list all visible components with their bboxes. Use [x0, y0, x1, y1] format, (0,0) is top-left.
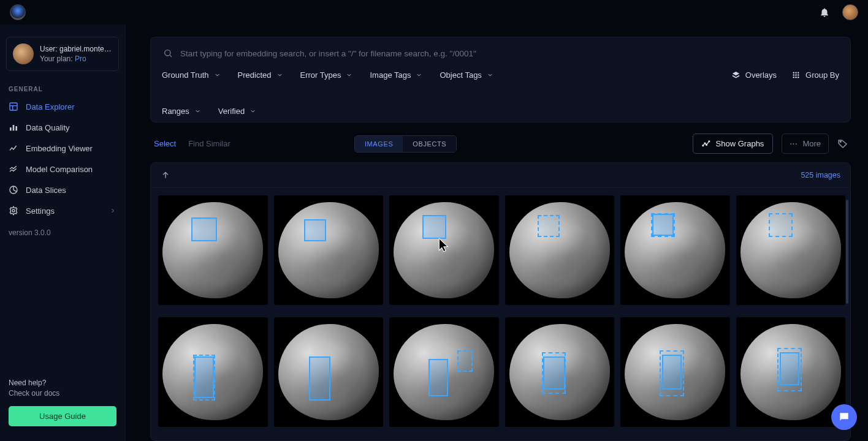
sidebar-avatar: [13, 43, 34, 64]
chevron-right-icon: [109, 207, 116, 214]
show-graphs-button[interactable]: Show Graphs: [693, 134, 774, 154]
svg-point-12: [798, 74, 799, 76]
image-thumbnail[interactable]: [389, 195, 499, 305]
graph-icon: [702, 139, 711, 148]
user-avatar[interactable]: [842, 4, 858, 20]
scrollbar[interactable]: [846, 200, 848, 304]
svg-rect-3: [15, 126, 17, 130]
image-thumbnail[interactable]: [274, 195, 384, 305]
sidebar-item-label: Data Explorer: [26, 102, 74, 111]
group-by-button[interactable]: Group By: [791, 70, 839, 80]
chevron-down-icon: [214, 72, 221, 78]
svg-point-7: [793, 72, 795, 74]
main: Ground Truth Predicted Error Types Image…: [126, 24, 868, 441]
view-tabs: IMAGES OBJECTS: [354, 135, 457, 153]
tag-icon[interactable]: [837, 138, 848, 149]
filter-predicted[interactable]: Predicted: [238, 70, 283, 80]
filter-verified[interactable]: Verified: [218, 107, 256, 116]
svg-point-16: [702, 145, 704, 146]
svg-rect-0: [10, 103, 17, 110]
help-title: Need help?: [9, 378, 116, 388]
chat-icon: [838, 411, 850, 423]
scatter-icon: [9, 143, 18, 153]
image-grid[interactable]: [151, 188, 850, 440]
image-thumbnail[interactable]: [505, 195, 615, 305]
image-thumbnail[interactable]: [158, 195, 268, 305]
search-icon: [163, 48, 173, 58]
overlays-button[interactable]: Overlays: [731, 70, 777, 80]
toolbar: Select Find Similar IMAGES OBJECTS Show …: [150, 123, 851, 160]
image-thumbnail[interactable]: [736, 317, 846, 427]
filter-image-tags[interactable]: Image Tags: [370, 70, 422, 80]
user-name: User: gabriel.monter…: [40, 44, 112, 54]
image-thumbnail[interactable]: [274, 317, 384, 427]
find-similar-button: Find Similar: [187, 137, 232, 151]
gear-icon: [9, 206, 18, 216]
image-thumbnail[interactable]: [158, 317, 268, 427]
layout-icon: [9, 102, 18, 111]
svg-rect-1: [10, 127, 12, 130]
svg-rect-2: [13, 125, 15, 130]
chevron-down-icon: [194, 108, 201, 115]
svg-point-11: [795, 74, 797, 76]
dots-icon: ⋯: [790, 139, 798, 148]
tab-images[interactable]: IMAGES: [355, 136, 403, 152]
topbar: [0, 0, 868, 24]
chevron-down-icon: [249, 108, 256, 115]
app-logo[interactable]: [10, 4, 26, 20]
help-block: Need help? Check our docs: [0, 378, 125, 406]
sidebar-item-label: Data Slices: [26, 186, 66, 195]
image-thumbnail[interactable]: [620, 195, 730, 305]
tab-objects[interactable]: OBJECTS: [403, 136, 456, 152]
filter-error-types[interactable]: Error Types: [300, 70, 353, 80]
sidebar-item-embedding-viewer[interactable]: Embedding Viewer: [0, 138, 125, 159]
svg-point-10: [793, 74, 795, 76]
chevron-down-icon: [416, 72, 422, 78]
bars-icon: [9, 123, 18, 132]
help-sub[interactable]: Check our docs: [9, 388, 116, 399]
sidebar-item-model-comparison[interactable]: Model Comparison: [0, 159, 125, 179]
svg-point-19: [709, 141, 710, 142]
svg-point-20: [840, 141, 841, 142]
pie-icon: [9, 185, 18, 195]
usage-guide-button[interactable]: Usage Guide: [9, 406, 116, 426]
user-plan: Your plan: Pro: [40, 54, 112, 64]
image-grid-panel: 525 images: [150, 162, 851, 441]
user-card[interactable]: User: gabriel.monter… Your plan: Pro: [6, 37, 119, 71]
filter-ranges[interactable]: Ranges: [162, 107, 201, 116]
sidebar-item-settings[interactable]: Settings: [0, 200, 125, 221]
svg-point-13: [793, 77, 795, 78]
image-thumbnail[interactable]: [620, 317, 730, 427]
sidebar-item-data-slices[interactable]: Data Slices: [0, 179, 125, 200]
sidebar: User: gabriel.monter… Your plan: Pro GEN…: [0, 24, 126, 441]
svg-point-6: [165, 50, 170, 56]
chevron-down-icon: [276, 72, 283, 78]
sort-icon[interactable]: [161, 170, 170, 180]
svg-point-14: [795, 77, 797, 78]
filter-object-tags[interactable]: Object Tags: [440, 70, 493, 80]
image-thumbnail[interactable]: [736, 195, 846, 305]
image-thumbnail[interactable]: [389, 317, 499, 427]
sidebar-item-label: Settings: [26, 206, 55, 216]
sidebar-item-data-quality[interactable]: Data Quality: [0, 117, 125, 138]
sidebar-item-data-explorer[interactable]: Data Explorer: [0, 96, 125, 117]
svg-point-8: [795, 72, 797, 74]
svg-point-9: [798, 72, 799, 74]
notifications-icon[interactable]: [819, 7, 830, 18]
grid-icon: [791, 70, 801, 80]
svg-point-5: [12, 209, 15, 212]
search-input[interactable]: [180, 49, 838, 58]
svg-point-17: [704, 143, 706, 144]
svg-point-15: [798, 77, 799, 78]
select-button[interactable]: Select: [153, 137, 177, 151]
chevron-down-icon: [487, 72, 493, 78]
sidebar-item-label: Embedding Viewer: [26, 144, 93, 153]
chat-widget[interactable]: [831, 404, 857, 430]
sidebar-item-label: Model Comparison: [26, 165, 93, 174]
more-button[interactable]: ⋯ More: [782, 134, 829, 154]
lines-icon: [9, 164, 18, 174]
chevron-down-icon: [346, 72, 352, 78]
sidebar-item-label: Data Quality: [26, 123, 70, 132]
filter-ground-truth[interactable]: Ground Truth: [162, 70, 221, 80]
image-thumbnail[interactable]: [505, 317, 615, 427]
